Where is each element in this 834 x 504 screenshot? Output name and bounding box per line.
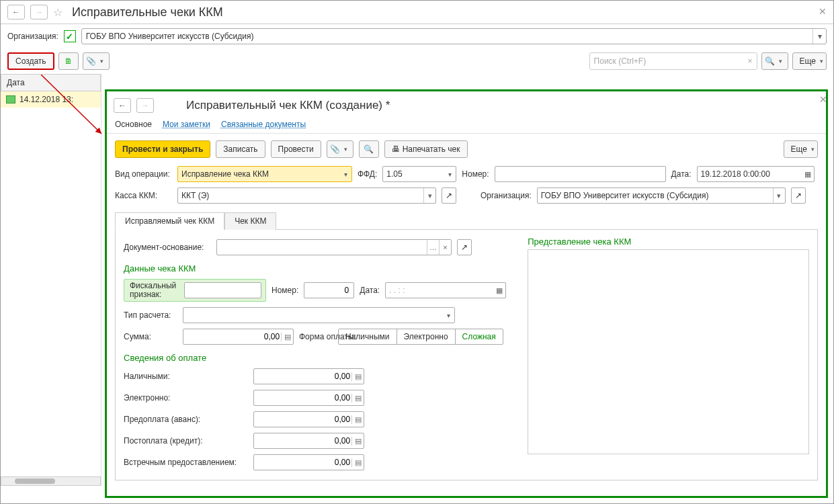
search-clear-icon[interactable]: × — [748, 56, 753, 66]
report-button[interactable]: 🔍 — [359, 140, 379, 158]
copy-button[interactable]: 🗎 — [58, 52, 79, 70]
payment-form-segment[interactable]: Наличными Электронно Сложная — [338, 329, 503, 345]
calculator-icon[interactable]: ▤ — [351, 394, 364, 403]
doc-basis-open-button[interactable]: ↗ — [457, 239, 472, 255]
subtab-corrected[interactable]: Исправляемый чек ККМ — [115, 212, 224, 230]
calculator-icon[interactable]: ▤ — [351, 458, 364, 467]
doc-basis-input[interactable]: … × — [216, 239, 452, 255]
kassa-open-button[interactable]: ↗ — [442, 187, 456, 204]
chevron-down-icon[interactable]: ▾ — [773, 188, 785, 203]
detail-org-select[interactable]: ГОБУ ВПО Университет искусств (Субсидия)… — [537, 187, 786, 204]
check-date-input[interactable]: . . : : ▦ — [385, 282, 506, 298]
detail-org-label: Организация: — [481, 191, 532, 200]
pay-electronic-input[interactable]: ▤ — [253, 390, 364, 406]
create-button[interactable]: Создать — [7, 52, 54, 70]
pay-counter-label: Встречным предоставлением: — [124, 458, 248, 467]
tab-main[interactable]: Основное — [115, 120, 152, 129]
payment-seg-complex[interactable]: Сложная — [456, 329, 503, 344]
org-filter-value: ГОБУ ВПО Университет искусств (Субсидия) — [86, 32, 254, 41]
detail-title: Исправительный чек ККМ (создание) * — [186, 99, 390, 112]
pay-prepaid-label: Предоплата (аванс): — [124, 415, 248, 424]
list-row-date: 14.12.2018 13: — [19, 95, 73, 104]
org-filter-label: Организация: — [7, 32, 58, 41]
page-title: Исправительные чеки ККМ — [72, 5, 223, 19]
print-check-button[interactable]: 🖶 Напечатать чек — [384, 140, 468, 158]
section-payment-info: Сведения об оплате — [124, 353, 514, 363]
org-filter-checkbox[interactable]: ✓ — [64, 30, 76, 42]
post-and-close-button[interactable]: Провести и закрыть — [115, 140, 210, 158]
check-number-label: Номер: — [272, 286, 298, 295]
post-button[interactable]: Провести — [271, 140, 321, 158]
ffd-label: ФФД: — [358, 169, 377, 179]
tab-related[interactable]: Связанные документы — [221, 120, 306, 129]
date-input[interactable]: 19.12.2018 0:00:00 ▦ — [697, 166, 815, 182]
chevron-down-icon[interactable]: ▾ — [812, 29, 826, 44]
pay-cash-label: Наличными: — [124, 372, 248, 381]
check-number-input[interactable] — [304, 282, 354, 298]
vid-operacii-select[interactable]: Исправление чека ККМ — [177, 166, 352, 182]
date-label: Дата: — [671, 169, 692, 179]
kassa-label: Касса ККМ: — [115, 191, 172, 200]
more-button[interactable]: Еще▾ — [792, 52, 827, 70]
save-button[interactable]: Записать — [216, 140, 265, 158]
calculator-icon[interactable]: ▤ — [351, 437, 364, 446]
document-posted-icon — [6, 95, 15, 103]
horizontal-scrollbar[interactable] — [1, 476, 101, 486]
pay-counter-input[interactable]: ▤ — [253, 454, 364, 470]
subtab-chek[interactable]: Чек ККМ — [224, 212, 276, 230]
fiscal-sign-input[interactable] — [184, 282, 261, 298]
payment-seg-electronic[interactable]: Электронно — [397, 329, 456, 344]
pay-electronic-label: Электронно: — [124, 393, 248, 403]
payment-seg-cash[interactable]: Наличными — [339, 329, 397, 344]
ffd-select[interactable]: 1.05 — [382, 166, 456, 182]
close-icon[interactable]: ✕ — [819, 6, 827, 17]
pay-prepaid-input[interactable]: ▤ — [253, 411, 364, 427]
nav-back-button[interactable]: ← — [7, 5, 25, 19]
number-label: Номер: — [462, 169, 489, 179]
detail-nav-forward[interactable]: → — [136, 98, 154, 113]
date-column-header[interactable]: Дата — [1, 74, 101, 91]
summa-input[interactable]: ▤ — [183, 329, 294, 345]
create-based-on-button[interactable]: 📎▾ — [327, 140, 353, 158]
favorite-star-icon[interactable]: ☆ — [53, 6, 62, 19]
org-filter-select[interactable]: ГОБУ ВПО Университет искусств (Субсидия)… — [81, 28, 827, 44]
find-button[interactable]: 🔍▾ — [761, 52, 788, 70]
calculator-icon[interactable]: ▤ — [281, 333, 293, 341]
detail-org-open-button[interactable]: ↗ — [791, 187, 806, 204]
check-preview-area — [528, 249, 809, 454]
pay-postpaid-input[interactable]: ▤ — [253, 433, 364, 449]
calendar-icon[interactable]: ▦ — [496, 286, 503, 295]
calculator-icon[interactable]: ▤ — [351, 415, 364, 424]
pay-cash-input[interactable]: ▤ — [253, 368, 364, 384]
summa-label: Сумма: — [124, 332, 177, 341]
detail-close-icon[interactable]: ✕ — [819, 94, 827, 105]
detail-nav-back[interactable]: ← — [114, 98, 131, 113]
fiscal-sign-label: Фискальный признак: — [130, 282, 180, 299]
check-date-label: Дата: — [360, 286, 380, 295]
section-check-data: Данные чека ККМ — [124, 263, 514, 274]
list-row[interactable]: 14.12.2018 13: — [1, 91, 101, 108]
tip-rascheta-select[interactable] — [183, 307, 455, 323]
number-input[interactable] — [495, 166, 666, 182]
tab-notes[interactable]: Мои заметки — [163, 120, 210, 129]
fiscal-sign-group: Фискальный признак: — [124, 279, 266, 302]
search-input[interactable]: Поиск (Ctrl+F) × — [589, 52, 757, 70]
attach-button[interactable]: 📎▾ — [83, 52, 110, 70]
calculator-icon[interactable]: ▤ — [351, 372, 364, 381]
detail-more-button[interactable]: Еще▾ — [784, 140, 818, 158]
ellipsis-icon[interactable]: … — [427, 240, 439, 255]
kassa-select[interactable]: ККТ (Э) ▾ — [177, 187, 436, 204]
vid-operacii-label: Вид операции: — [115, 169, 172, 179]
nav-forward-button[interactable]: → — [30, 5, 48, 19]
detail-panel: ✕ ← → Исправительный чек ККМ (создание) … — [105, 89, 828, 498]
chevron-down-icon[interactable]: ▾ — [423, 188, 435, 203]
clear-icon[interactable]: × — [439, 240, 451, 255]
pay-postpaid-label: Постоплата (кредит): — [124, 436, 248, 446]
calendar-icon[interactable]: ▦ — [804, 170, 811, 179]
tip-rascheta-label: Тип расчета: — [124, 310, 177, 320]
doc-basis-label: Документ-основание: — [124, 243, 211, 252]
forma-oplaty-label: Форма оплаты: — [299, 333, 333, 341]
section-preview: Представление чека ККМ — [528, 237, 809, 247]
